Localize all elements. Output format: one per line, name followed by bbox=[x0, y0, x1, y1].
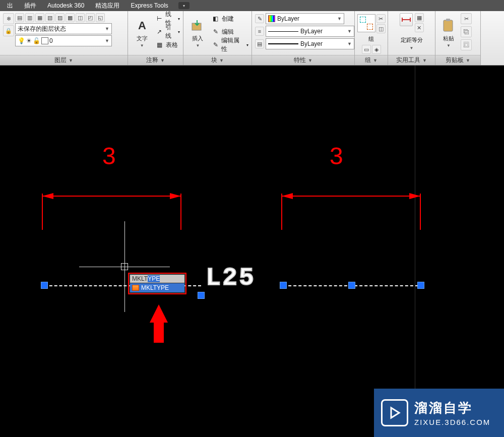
lineweight-dropdown[interactable]: ByLayer ▼ bbox=[266, 26, 354, 37]
group-bbox-icon[interactable]: ▭ bbox=[362, 45, 371, 54]
panel-title-properties[interactable]: 特性▼ bbox=[252, 55, 354, 65]
bulb-icon: 💡 bbox=[18, 37, 25, 44]
edit-block-button[interactable]: ✎编辑 bbox=[211, 26, 248, 37]
text-button[interactable]: A 文字 ▼ bbox=[131, 13, 153, 52]
leader-button[interactable]: ↗引线 ▾ bbox=[155, 26, 180, 37]
panel-layers: ❄ 🔒 ▤ ▥ ▦ ▧ ▨ ▩ ◫ ◰ ◱ bbox=[0, 11, 128, 65]
grip-endpoint[interactable] bbox=[41, 282, 48, 289]
group-edit-icon[interactable]: ◫ bbox=[376, 24, 386, 33]
layer-freeze-icon[interactable]: ❄ bbox=[3, 13, 14, 24]
point-style-icon[interactable]: ✕ bbox=[415, 23, 424, 32]
layer-prev-icon[interactable]: ▩ bbox=[66, 13, 75, 22]
list-icon[interactable]: ≡ bbox=[255, 27, 264, 36]
menu-a360[interactable]: Autodesk 360 bbox=[42, 1, 89, 10]
layer-iso-icon[interactable]: ▤ bbox=[15, 13, 24, 22]
copy-base-icon[interactable]: ⿴ bbox=[461, 39, 472, 50]
dim1-arrow-left bbox=[42, 193, 53, 199]
command-icon bbox=[132, 285, 139, 291]
dim2-arrow-left bbox=[282, 193, 293, 199]
dim1-arrow-right bbox=[170, 193, 181, 199]
layer-state-value: 未保存的图层状态 bbox=[18, 25, 66, 33]
drawing-canvas[interactable]: 3 3 L25 MKLTYPE MKLTYPE 溜溜自学 bbox=[0, 66, 504, 437]
panel-title-layers[interactable]: 图层▼ bbox=[0, 55, 128, 65]
menu-express[interactable]: Express Tools bbox=[125, 1, 173, 10]
svg-marker-6 bbox=[391, 408, 399, 418]
dim2-arrow-right bbox=[409, 193, 420, 199]
svg-rect-5 bbox=[446, 19, 450, 21]
watermark-title: 溜溜自学 bbox=[414, 399, 490, 417]
chevron-down-icon: ▼ bbox=[410, 46, 414, 50]
dimension-text-1[interactable]: 3 bbox=[102, 142, 116, 170]
chevron-down-icon: ▼ bbox=[105, 38, 109, 43]
layer-lock-icon[interactable]: 🔒 bbox=[3, 25, 14, 36]
paste-icon bbox=[440, 18, 457, 34]
layer-off-icon[interactable]: ▦ bbox=[35, 13, 44, 22]
grip-endpoint[interactable] bbox=[198, 292, 205, 299]
panel-title-annotation[interactable]: 注释▼ bbox=[128, 55, 183, 65]
paste-button[interactable]: 粘贴 ▼ bbox=[438, 13, 459, 52]
watermark-logo-icon bbox=[381, 399, 408, 426]
panel-title-util[interactable]: 实用工具▼ bbox=[388, 55, 435, 65]
grip-midpoint[interactable] bbox=[348, 282, 355, 289]
chevron-down-icon: ▼ bbox=[347, 29, 352, 34]
grid-line-vertical bbox=[415, 66, 415, 437]
chevron-down-icon: ▼ bbox=[447, 43, 451, 48]
group-select-icon[interactable]: ◈ bbox=[372, 45, 381, 54]
group-label: 组 bbox=[368, 35, 374, 43]
panel-clipboard: 粘贴 ▼ ✂ ⿻ ⿴ 剪贴板▼ bbox=[435, 11, 481, 65]
panel-group: ✂ ◫ 组 ▭ ◈ 组▼ bbox=[355, 11, 388, 65]
quickcalc-icon[interactable]: ▦ bbox=[415, 13, 424, 22]
watermark-url: ZIXUE.3D66.COM bbox=[414, 418, 490, 426]
create-block-button[interactable]: ◧创建 bbox=[211, 13, 248, 24]
menu-featured[interactable]: 精选应用 bbox=[90, 1, 124, 11]
linear-dim-button[interactable]: ⊢线性 ▾ bbox=[155, 13, 180, 24]
cut-icon[interactable]: ✂ bbox=[461, 13, 472, 24]
color-dropdown[interactable]: ByLayer ▼ bbox=[266, 13, 344, 24]
menu-bar: 出 插件 Autodesk 360 精选应用 Express Tools ▾ bbox=[0, 0, 504, 11]
transparency-icon[interactable]: ▤ bbox=[255, 39, 264, 48]
crosshair-pickbox bbox=[121, 263, 128, 270]
panel-title-clipboard[interactable]: 剪贴板▼ bbox=[435, 55, 480, 65]
layer-uniso-icon[interactable]: ▥ bbox=[25, 13, 34, 22]
copy-icon[interactable]: ⿻ bbox=[461, 26, 472, 37]
layer-current-dropdown[interactable]: 💡 ☀ 🔓 0 ▼ bbox=[15, 35, 112, 46]
command-tooltip: MKLTYPE MKLTYPE bbox=[128, 273, 186, 294]
lineweight-preview bbox=[268, 31, 298, 32]
layer-on-icon[interactable]: ▧ bbox=[45, 13, 54, 22]
bylayer-color-swatch bbox=[268, 15, 275, 22]
layer-match-icon[interactable]: ▨ bbox=[55, 13, 65, 22]
dim2-line bbox=[282, 196, 420, 197]
grip-endpoint[interactable] bbox=[280, 282, 287, 289]
menu-output[interactable]: 出 bbox=[2, 1, 18, 11]
linetype-dropdown[interactable]: ByLayer ▼ bbox=[266, 38, 354, 49]
panel-title-block[interactable]: 块▼ bbox=[183, 55, 251, 65]
create-icon: ◧ bbox=[211, 14, 220, 23]
text-entity-l25[interactable]: L25 bbox=[206, 264, 256, 292]
measure-dist-icon[interactable] bbox=[400, 13, 413, 26]
layer-del-icon[interactable]: ◱ bbox=[96, 13, 105, 22]
chevron-down-icon: ▼ bbox=[337, 16, 342, 21]
match-prop-icon[interactable]: ✎ bbox=[255, 14, 264, 23]
layer-merge-icon[interactable]: ◰ bbox=[86, 13, 95, 22]
table-button[interactable]: ▦表格 bbox=[155, 39, 180, 50]
chevron-down-icon: ▼ bbox=[140, 43, 144, 48]
annotation-arrow-head bbox=[150, 304, 168, 323]
sun-icon: ☀ bbox=[26, 37, 32, 44]
edit-attr-button[interactable]: ✎编辑属性 ▾ bbox=[211, 39, 248, 50]
linetype-preview bbox=[268, 43, 298, 44]
menu-addins[interactable]: 插件 bbox=[19, 1, 41, 11]
ungroup-icon[interactable]: ✂ bbox=[376, 14, 386, 23]
group-icon[interactable] bbox=[357, 14, 375, 32]
tab-overflow-icon[interactable]: ▾ bbox=[178, 2, 190, 9]
dim1-line bbox=[42, 196, 181, 197]
panel-title-group[interactable]: 组▼ bbox=[355, 55, 388, 65]
insert-icon bbox=[190, 18, 206, 34]
insert-block-button[interactable]: 插入 ▼ bbox=[186, 13, 209, 52]
command-suggestion[interactable]: MKLTYPE bbox=[130, 283, 184, 292]
chevron-down-icon: ▼ bbox=[347, 41, 352, 46]
dimension-text-2[interactable]: 3 bbox=[330, 142, 343, 170]
layer-state-dropdown[interactable]: 未保存的图层状态 ▼ bbox=[15, 23, 112, 34]
ribbon: ❄ 🔒 ▤ ▥ ▦ ▧ ▨ ▩ ◫ ◰ ◱ bbox=[0, 11, 504, 66]
layer-walk-icon[interactable]: ◫ bbox=[76, 13, 85, 22]
grip-endpoint[interactable] bbox=[417, 282, 424, 289]
